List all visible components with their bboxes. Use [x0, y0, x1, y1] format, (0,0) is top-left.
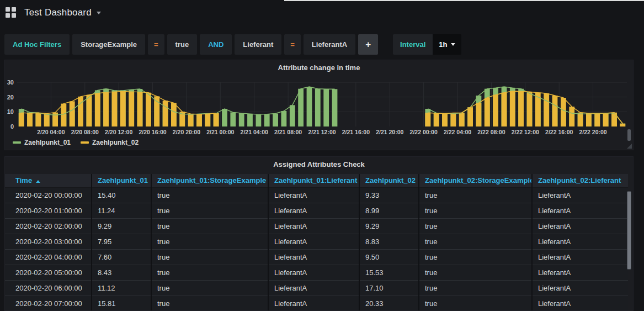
- table-cell: true: [151, 265, 268, 280]
- svg-text:2/22 00:00: 2/22 00:00: [410, 129, 438, 135]
- svg-text:2/20 20:00: 2/20 20:00: [173, 129, 200, 135]
- filter-condition[interactable]: AND: [200, 34, 232, 55]
- column-header[interactable]: Zaehlpunkt_02:Lieferant: [532, 174, 628, 187]
- table-cell: true: [151, 280, 268, 296]
- dashboards-grid-icon[interactable]: [6, 7, 17, 18]
- bar-chart[interactable]: 01020302/20 04:002/20 08:002/20 12:002/2…: [5, 73, 633, 138]
- filter-value[interactable]: true: [167, 34, 198, 55]
- interval-value: 1h: [439, 40, 447, 49]
- chart-panel-title[interactable]: Attribute change in time: [5, 60, 633, 72]
- table-cell: LieferantA: [532, 249, 628, 265]
- table-cell: true: [419, 234, 532, 249]
- chevron-down-icon: [451, 43, 455, 46]
- table-cell: true: [151, 187, 268, 203]
- chart-scrollbar-thumb[interactable]: [627, 129, 631, 141]
- table-row: 2020-02-20 00:00:0015.40trueLieferantA9.…: [5, 187, 628, 203]
- panel-resize-handle[interactable]: [627, 144, 632, 149]
- add-filter-button[interactable]: +: [358, 34, 378, 55]
- table-cell: LieferantA: [268, 280, 359, 296]
- svg-text:2/21 08:00: 2/21 08:00: [274, 129, 302, 135]
- legend-item[interactable]: Zaehlpunkt_02: [81, 139, 139, 146]
- svg-text:20: 20: [7, 94, 14, 101]
- table-cell: true: [151, 234, 268, 249]
- table-cell: 11.12: [92, 280, 151, 296]
- table-cell: 17.10: [359, 280, 419, 296]
- column-header[interactable]: Zaehlpunkt_02: [359, 174, 419, 187]
- column-header[interactable]: Zaehlpunkt_01:Lieferant: [268, 174, 359, 187]
- table-cell: 8.83: [359, 234, 419, 249]
- attributes-table: TimeZaehlpunkt_01Zaehlpunkt_01:StorageEx…: [5, 174, 628, 311]
- table-cell: true: [151, 296, 268, 311]
- legend-label: Zaehlpunkt_02: [92, 139, 139, 146]
- table-cell: 7.95: [92, 234, 151, 249]
- svg-text:2/21 00:00: 2/21 00:00: [206, 129, 234, 135]
- interval-label: Interval: [393, 34, 433, 55]
- table-cell: 2020-02-20 01:00:00: [5, 203, 92, 218]
- table-cell: LieferantA: [532, 218, 628, 234]
- table-cell: true: [151, 249, 268, 265]
- table-cell: LieferantA: [268, 249, 359, 265]
- svg-text:2/22 04:00: 2/22 04:00: [444, 129, 471, 135]
- table-cell: 11.24: [92, 203, 151, 218]
- filter-operator[interactable]: =: [148, 34, 164, 55]
- column-header[interactable]: Zaehlpunkt_02:StorageExample: [419, 174, 532, 187]
- table-cell: LieferantA: [532, 234, 628, 249]
- table-panel-title[interactable]: Assigned Attributes Check: [5, 157, 633, 168]
- svg-text:2/20 08:00: 2/20 08:00: [71, 129, 99, 135]
- column-header[interactable]: Zaehlpunkt_01: [92, 174, 151, 187]
- svg-text:2/21 12:00: 2/21 12:00: [308, 129, 336, 135]
- legend-item[interactable]: Zaehlpunkt_01: [13, 139, 71, 146]
- table-row: 2020-02-20 03:00:007.95trueLieferantA8.8…: [5, 234, 628, 249]
- filter-row: Ad Hoc Filters StorageExample = true AND…: [4, 34, 461, 55]
- table-cell: 2020-02-20 07:00:00: [5, 296, 92, 311]
- column-header[interactable]: Time: [5, 174, 92, 187]
- table-row: 2020-02-20 07:00:0015.81trueLieferantA20…: [5, 296, 628, 311]
- table-scrollbar-thumb[interactable]: [627, 191, 631, 270]
- interval-dropdown[interactable]: 1h: [433, 34, 461, 55]
- table-cell: 2020-02-20 00:00:00: [5, 187, 92, 203]
- table-cell: LieferantA: [532, 265, 628, 280]
- table-header-row: TimeZaehlpunkt_01Zaehlpunkt_01:StorageEx…: [5, 174, 628, 187]
- svg-text:10: 10: [7, 108, 14, 115]
- table-row: 2020-02-20 06:00:0011.12trueLieferantA17…: [5, 280, 628, 296]
- series-color-swatch: [81, 141, 89, 144]
- table-cell: 2020-02-20 06:00:00: [5, 280, 92, 296]
- sort-asc-icon: [36, 180, 40, 183]
- filter-operator[interactable]: =: [284, 34, 301, 55]
- table-row: 2020-02-20 05:00:008.43trueLieferantA15.…: [5, 265, 628, 280]
- table-cell: 15.81: [92, 296, 151, 311]
- table-cell: 7.60: [92, 249, 151, 265]
- table-cell: 8.99: [359, 203, 419, 218]
- column-header[interactable]: Zaehlpunkt_01:StorageExample: [151, 174, 268, 187]
- dashboard-title[interactable]: Test Dashboard: [24, 7, 92, 18]
- svg-text:2/22 08:00: 2/22 08:00: [477, 129, 505, 135]
- chevron-down-icon[interactable]: [97, 12, 101, 14]
- svg-text:2/21 20:00: 2/21 20:00: [376, 129, 403, 135]
- table-cell: true: [151, 218, 268, 234]
- top-nav: Test Dashboard: [0, 0, 644, 25]
- table-cell: true: [419, 187, 532, 203]
- table-cell: 2020-02-20 05:00:00: [5, 265, 92, 280]
- table-cell: true: [419, 265, 532, 280]
- table-cell: LieferantA: [268, 203, 359, 218]
- svg-text:2/20 12:00: 2/20 12:00: [105, 129, 132, 135]
- table-cell: 2020-02-20 03:00:00: [5, 234, 92, 249]
- table-cell: 9.50: [359, 249, 419, 265]
- table-cell: true: [419, 280, 532, 296]
- filter-key[interactable]: Lieferant: [235, 34, 281, 55]
- svg-text:2/20 16:00: 2/20 16:00: [139, 129, 166, 135]
- table-cell: LieferantA: [532, 280, 628, 296]
- svg-text:2/22 12:00: 2/22 12:00: [512, 129, 539, 135]
- table-cell: true: [419, 203, 532, 218]
- table-cell: LieferantA: [268, 296, 359, 311]
- table-cell: true: [419, 218, 532, 234]
- table-cell: 2020-02-20 04:00:00: [5, 249, 92, 265]
- filter-value[interactable]: LieferantA: [304, 34, 355, 55]
- table-row: 2020-02-20 02:00:009.29trueLieferantA9.2…: [5, 218, 628, 234]
- table-cell: LieferantA: [268, 265, 359, 280]
- filter-key[interactable]: StorageExample: [72, 34, 145, 55]
- table-cell: LieferantA: [268, 187, 359, 203]
- svg-text:30: 30: [7, 79, 14, 86]
- table-cell: LieferantA: [268, 234, 359, 249]
- svg-text:2/20 04:00: 2/20 04:00: [37, 129, 65, 135]
